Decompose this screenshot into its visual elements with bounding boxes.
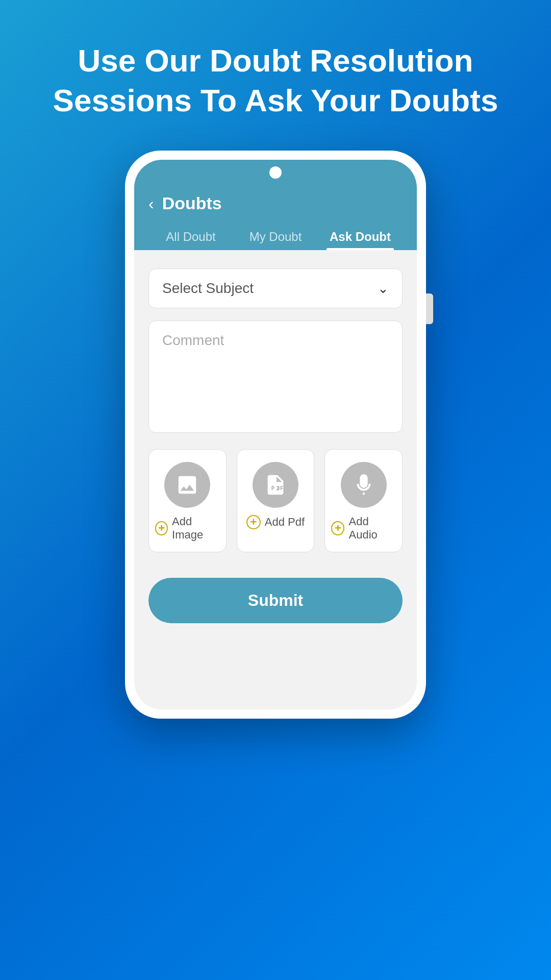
tab-my-doubt[interactable]: My Doubt (233, 223, 318, 250)
tabs-row: All Doubt My Doubt Ask Doubt (148, 223, 403, 250)
side-button (426, 293, 433, 324)
add-image-card[interactable]: + Add Image (148, 449, 227, 552)
image-icon (176, 473, 199, 497)
subject-select[interactable]: Select Subject ⌄ (148, 268, 403, 308)
pdf-icon (264, 473, 287, 497)
phone-screen: ‹ Doubts All Doubt My Doubt Ask Doubt Se (134, 160, 417, 709)
app-title: Doubts (162, 193, 222, 213)
front-camera (269, 166, 282, 179)
chevron-down-icon: ⌄ (378, 281, 389, 297)
headline-line2: Sessions To Ask Your Doubts (53, 83, 498, 118)
microphone-icon (352, 473, 375, 497)
phone-mockup: ‹ Doubts All Doubt My Doubt Ask Doubt Se (125, 151, 426, 719)
add-pdf-label: + Add Pdf (246, 515, 305, 529)
audio-icon-circle (341, 462, 387, 508)
back-button[interactable]: ‹ (148, 195, 154, 212)
pdf-icon-circle (253, 462, 298, 508)
title-row: ‹ Doubts (148, 193, 403, 223)
add-image-label: + Add Image (155, 515, 220, 542)
image-icon-circle (164, 462, 210, 508)
headline-line1: Use Our Doubt Resolution (78, 43, 473, 78)
comment-field[interactable]: Comment (148, 321, 403, 433)
media-attachments-row: + Add Image + Add Pdf (148, 449, 403, 552)
add-audio-card[interactable]: + Add Audio (324, 449, 403, 552)
comment-placeholder: Comment (162, 332, 224, 348)
add-pdf-card[interactable]: + Add Pdf (237, 449, 315, 552)
tab-all-doubt[interactable]: All Doubt (148, 223, 233, 250)
subject-select-label: Select Subject (162, 280, 254, 297)
notch-bar (134, 160, 417, 185)
submit-button[interactable]: Submit (148, 578, 403, 623)
form-content: Select Subject ⌄ Comment + (134, 250, 417, 709)
tab-ask-doubt[interactable]: Ask Doubt (318, 223, 403, 250)
app-header: ‹ Doubts All Doubt My Doubt Ask Doubt (134, 185, 417, 250)
add-audio-label: + Add Audio (331, 515, 396, 542)
headline: Use Our Doubt Resolution Sessions To Ask… (12, 41, 539, 120)
plus-icon: + (155, 521, 168, 535)
plus-icon: + (246, 515, 261, 529)
plus-icon: + (331, 521, 344, 535)
